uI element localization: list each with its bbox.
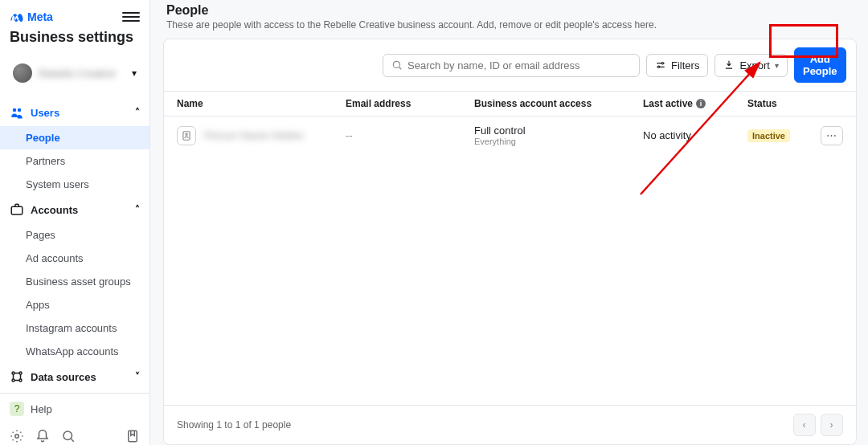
sidebar-section-accounts[interactable]: Accounts ˄ [0,196,149,223]
svg-point-9 [393,61,399,67]
row-actions-menu[interactable]: ⋯ [821,126,843,145]
filters-button[interactable]: Filters [646,54,708,77]
data-icon [10,369,24,384]
bell-icon[interactable] [35,429,50,443]
svg-rect-0 [11,206,23,214]
person-icon [177,126,196,145]
column-name[interactable]: Name [177,98,346,109]
sidebar-item-apps[interactable]: Apps [0,293,149,316]
help-icon: ? [10,402,24,416]
sidebar-item-pages[interactable]: Pages [0,223,149,247]
svg-point-3 [12,379,14,382]
main-content: People These are people with access to t… [150,0,868,445]
search-input-wrapper[interactable] [383,54,640,77]
sidebar-nav: Users ˄ People Partners System users Acc… [0,94,149,393]
brand-name: Meta [27,10,53,23]
help-link[interactable]: ? Help [0,394,149,424]
pager-prev[interactable]: ‹ [793,414,816,436]
status-badge: Inactive [747,129,790,142]
svg-point-7 [63,431,72,440]
column-email[interactable]: Email address [346,98,474,109]
filters-label: Filters [671,59,699,71]
help-label: Help [31,403,52,415]
table-row[interactable]: Person Name Hidden -- Full control Every… [164,116,856,154]
sidebar-section-label: Accounts [31,204,78,216]
hamburger-menu-icon[interactable] [122,8,140,26]
svg-point-1 [12,372,14,374]
column-last-active[interactable]: Last active i [643,98,747,109]
chevron-up-icon: ˄ [135,107,140,118]
account-name: Rebelle Creative [39,67,116,80]
showing-summary: Showing 1 to 1 of 1 people [177,419,291,431]
sidebar-item-instagram-accounts[interactable]: Instagram accounts [0,316,149,340]
meta-logo[interactable]: Meta [10,10,53,24]
info-icon[interactable]: i [696,99,706,108]
sidebar-item-people[interactable]: People [0,126,149,149]
sidebar: Meta Business settings Rebelle Creative … [0,0,150,445]
export-label: Export [739,59,770,71]
search-input[interactable] [407,59,631,71]
sidebar-item-ad-accounts[interactable]: Ad accounts [0,247,149,270]
sidebar-section-label: Data sources [31,371,96,383]
meta-icon [10,10,24,24]
sidebar-section-data-sources[interactable]: Data sources ˅ [0,363,149,390]
avatar [13,63,32,83]
svg-rect-8 [129,431,137,442]
access-level: Full control [474,125,643,137]
account-switcher[interactable]: Rebelle Creative ▾ [6,59,143,88]
sidebar-item-partners[interactable]: Partners [0,149,149,173]
search-icon[interactable] [61,429,76,443]
gear-icon[interactable] [10,429,24,443]
briefcase-icon [10,202,24,217]
chevron-up-icon: ˄ [135,204,140,215]
access-scope: Everything [474,137,643,146]
person-name: Person Name Hidden [204,129,304,141]
sliders-icon [655,59,666,71]
chevron-down-icon: ˅ [135,371,140,382]
download-icon [723,59,735,71]
export-button[interactable]: Export ▾ [714,54,788,77]
search-icon [391,59,403,71]
people-panel: Filters Export ▾ Add People Name Email a… [163,39,857,445]
sidebar-item-business-asset-groups[interactable]: Business asset groups [0,270,149,293]
toolbar: Filters Export ▾ Add People [164,39,856,91]
sidebar-item-whatsapp-accounts[interactable]: WhatsApp accounts [0,340,149,363]
main-description: These are people with access to the Rebe… [166,19,854,31]
last-active: No activity [643,129,747,141]
table-body: Person Name Hidden -- Full control Every… [164,116,856,405]
sidebar-item-system-users[interactable]: System users [0,173,149,196]
svg-point-10 [661,63,663,64]
add-people-button[interactable]: Add People [794,47,846,83]
svg-point-6 [15,435,19,439]
chevron-down-icon: ▾ [132,67,137,79]
sidebar-section-label: Users [31,107,59,119]
svg-point-2 [19,372,22,374]
sidebar-section-users[interactable]: Users ˄ [0,99,149,126]
page-title: Business settings [10,29,140,46]
main-title: People [166,3,854,18]
pager-next[interactable]: › [821,414,843,436]
svg-point-4 [19,379,22,382]
column-access[interactable]: Business account access [474,98,643,109]
bookmark-icon[interactable] [125,429,140,443]
column-status[interactable]: Status [747,98,812,109]
panel-footer: Showing 1 to 1 of 1 people ‹ › [164,405,856,444]
table-header: Name Email address Business account acce… [164,91,856,116]
svg-point-13 [186,133,187,135]
svg-point-11 [658,66,660,67]
people-icon [10,105,24,120]
add-people-label: Add People [803,53,837,77]
caret-down-icon: ▾ [775,61,779,70]
person-email: -- [346,129,474,141]
pager: ‹ › [793,414,843,436]
